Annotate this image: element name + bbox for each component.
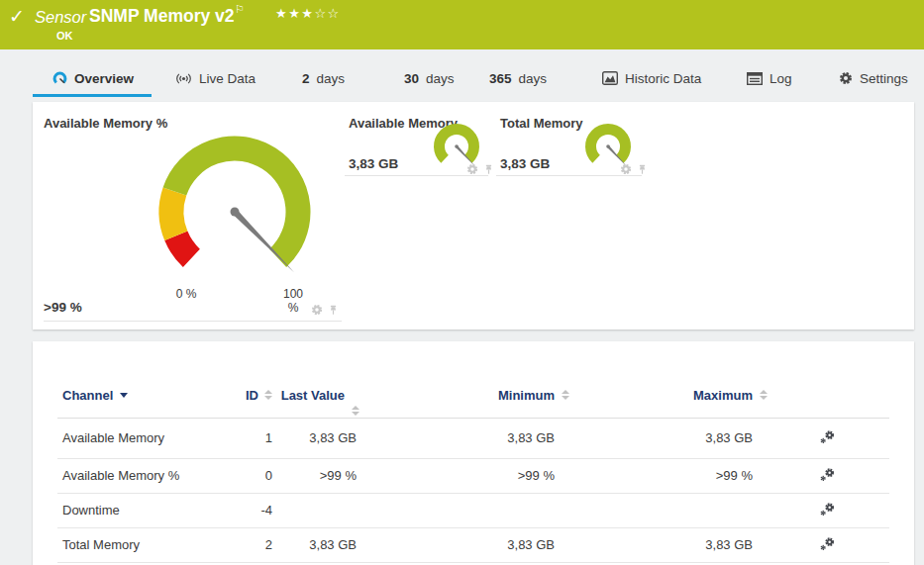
- tab-label: Log: [770, 71, 792, 86]
- divider: [44, 321, 342, 322]
- channels-table: Channel ID Last Value Minimum Maximum Av…: [57, 371, 889, 563]
- tab-number: 365: [489, 71, 512, 86]
- sort-icon[interactable]: [264, 390, 272, 400]
- channel-maximum: 3,83 GB: [558, 418, 756, 458]
- object-type-label: Sensor: [35, 8, 86, 27]
- col-header-label: Maximum: [693, 388, 753, 403]
- tab-label: days: [519, 71, 548, 86]
- gauge-value: >99 %: [44, 300, 82, 315]
- tab-label: Historic Data: [625, 71, 701, 86]
- flag-icon[interactable]: ⚐: [235, 3, 245, 16]
- tab-label: days: [426, 71, 455, 86]
- tab-label: Settings: [860, 71, 908, 86]
- table-row: Downtime -4: [57, 493, 889, 527]
- gauge-value: 3,83 GB: [349, 156, 398, 171]
- col-header-channel[interactable]: Channel: [57, 371, 216, 418]
- log-list-icon: [747, 72, 763, 85]
- col-header-maximum[interactable]: Maximum: [558, 371, 756, 418]
- tab-label: days: [317, 71, 346, 86]
- gauge-value: 3,83 GB: [500, 156, 550, 171]
- gear-icon: [839, 71, 853, 85]
- gauges-panel: Available Memory % 0 % 100 % >99 % Avail…: [33, 102, 914, 330]
- tab-live-data[interactable]: Live Data: [175, 63, 256, 93]
- channel-minimum: >99 %: [359, 458, 558, 493]
- col-header-actions: [756, 371, 889, 418]
- channel-id: 0: [216, 458, 275, 493]
- gauge-title: Total Memory: [500, 116, 583, 131]
- broadcast-icon: [175, 72, 192, 85]
- tab-label: Live Data: [199, 71, 256, 86]
- channel-id: -4: [216, 493, 275, 527]
- col-header-minimum[interactable]: Minimum: [359, 371, 558, 418]
- channel-last-value: 3,83 GB: [275, 418, 359, 458]
- col-header-label: ID: [246, 388, 258, 403]
- channel-settings-icon[interactable]: [819, 536, 835, 554]
- channel-id: 1: [216, 418, 275, 458]
- pin-icon[interactable]: [483, 164, 494, 175]
- channel-settings-icon[interactable]: [819, 467, 835, 485]
- area-chart-icon: [602, 71, 618, 85]
- col-header-label: Last Value: [281, 388, 345, 403]
- channel-minimum: [359, 493, 558, 527]
- available-memory-percent-gauge: [133, 117, 341, 315]
- gauge-settings-gear-icon[interactable]: [311, 304, 323, 316]
- channel-maximum: [558, 493, 756, 527]
- channel-id: 2: [216, 527, 275, 562]
- channel-settings-icon[interactable]: [819, 502, 835, 519]
- col-header-id[interactable]: ID: [216, 371, 275, 418]
- table-row: Total Memory 2 3,83 GB 3,83 GB 3,83 GB: [57, 527, 889, 562]
- channel-last-value: 3,83 GB: [275, 527, 359, 562]
- prtg-sensor-page: ✓ Sensor SNMP Memory v2 ⚐ ★★★☆☆ OK Overv…: [0, 0, 924, 565]
- pin-icon[interactable]: [328, 305, 339, 316]
- tab-bar: Overview Live Data 2 days 30 days 365 da…: [0, 49, 924, 99]
- pin-icon[interactable]: [637, 164, 648, 175]
- stars-filled: ★★★: [275, 6, 314, 21]
- channel-name[interactable]: Available Memory: [57, 418, 216, 458]
- channel-name[interactable]: Total Memory: [57, 527, 216, 562]
- tab-settings[interactable]: Settings: [839, 63, 908, 93]
- col-header-label: Channel: [62, 388, 113, 403]
- tab-log[interactable]: Log: [747, 63, 792, 93]
- col-header-last-value[interactable]: Last Value: [275, 371, 359, 418]
- table-row: Available Memory 1 3,83 GB 3,83 GB 3,83 …: [57, 418, 889, 458]
- channel-last-value: >99 %: [275, 458, 359, 493]
- status-badge: OK: [56, 30, 73, 42]
- tab-historic-data[interactable]: Historic Data: [602, 63, 701, 93]
- tab-number: 2: [302, 71, 310, 86]
- channel-name[interactable]: Downtime: [57, 493, 216, 527]
- gauge-icon: [52, 71, 67, 86]
- sensor-title: SNMP Memory v2: [89, 6, 235, 27]
- gauge-settings-gear-icon[interactable]: [466, 163, 478, 175]
- col-header-label: Minimum: [498, 388, 555, 403]
- table-row: Available Memory % 0 >99 % >99 % >99 %: [57, 458, 889, 493]
- divider: [496, 175, 642, 176]
- stars-empty: ☆☆: [314, 6, 340, 21]
- sort-icon[interactable]: [352, 406, 359, 416]
- channel-settings-icon[interactable]: [819, 429, 835, 447]
- sort-caret-icon: [120, 393, 128, 398]
- priority-stars[interactable]: ★★★☆☆: [275, 6, 341, 21]
- tab-label: Overview: [74, 71, 134, 86]
- channel-maximum: 3,83 GB: [558, 527, 756, 562]
- channel-last-value: [275, 493, 359, 527]
- tab-number: 30: [404, 71, 419, 86]
- gauge-max-label: 100 %: [276, 287, 310, 315]
- channel-name[interactable]: Available Memory %: [57, 458, 216, 493]
- channels-panel: Channel ID Last Value Minimum Maximum Av…: [33, 341, 914, 565]
- status-ok-check-icon: ✓: [9, 5, 25, 27]
- tab-365-days[interactable]: 365 days: [489, 63, 547, 93]
- channel-minimum: 3,83 GB: [359, 527, 558, 562]
- gauge-min-label: 0 %: [171, 287, 201, 301]
- table-header-row: Channel ID Last Value Minimum Maximum: [57, 371, 889, 418]
- channel-maximum: >99 %: [558, 458, 756, 493]
- tab-overview[interactable]: Overview: [52, 63, 134, 93]
- tab-2-days[interactable]: 2 days: [302, 63, 345, 93]
- divider: [345, 175, 488, 176]
- gauge-settings-gear-icon[interactable]: [620, 163, 632, 175]
- sensor-header: ✓ Sensor SNMP Memory v2 ⚐ ★★★☆☆ OK: [0, 0, 924, 49]
- tab-30-days[interactable]: 30 days: [404, 63, 455, 93]
- active-tab-underline: [33, 94, 152, 97]
- channel-minimum: 3,83 GB: [359, 418, 558, 458]
